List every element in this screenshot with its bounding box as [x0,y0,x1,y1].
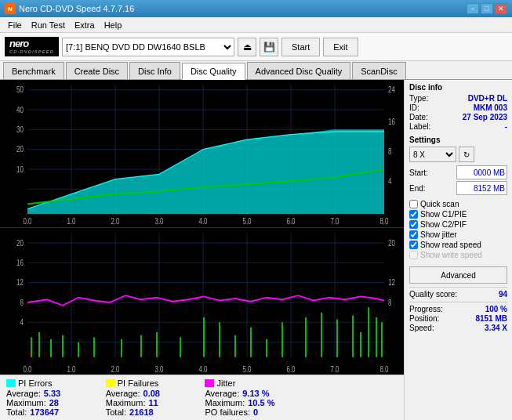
disc-label-row: Label: - [409,122,507,131]
show-write-speed-label: Show write speed [420,251,482,259]
quick-scan-checkbox[interactable] [409,200,418,208]
pi-errors-max-label: Maximum: [6,398,46,407]
start-label: Start: [409,168,428,177]
svg-text:7.0: 7.0 [330,364,339,373]
svg-text:50: 50 [16,86,24,95]
show-c1-pie-checkbox[interactable] [409,210,418,219]
jitter-label: Jitter [216,378,235,388]
title-bar: N Nero CD-DVD Speed 4.7.7.16 − □ ✕ [0,0,512,17]
pi-errors-avg-label: Average: [6,389,41,398]
jitter-po-value: 0 [253,407,285,417]
charts-area: 50 40 30 20 10 24 16 8 4 0.0 1.0 2.0 3.0… [0,80,404,420]
save-button[interactable]: 💾 [260,38,278,56]
show-read-speed-row: Show read speed [409,241,507,249]
tab-disc-quality[interactable]: Disc Quality [182,63,245,80]
start-row: Start: [409,165,507,179]
progress-section: Progress: 100 % Position: 8151 MB Speed:… [409,302,507,332]
drive-selector[interactable]: [7:1] BENQ DVD DD DW1640 BSLB [62,38,234,56]
title-bar-left: N Nero CD-DVD Speed 4.7.7.16 [5,3,134,14]
quality-score-label: Quality score: [409,290,457,299]
disc-info-section: Disc info Type: DVD+R DL ID: MKM 003 Dat… [409,83,507,131]
svg-text:7.0: 7.0 [330,217,339,226]
pi-failures-label: PI Failures [118,378,159,388]
pi-errors-average-row: Average: 5.33 [6,389,81,398]
menu-extra[interactable]: Extra [70,19,100,31]
menu-help[interactable]: Help [100,19,127,31]
tab-benchmark[interactable]: Benchmark [3,62,64,79]
svg-text:6.0: 6.0 [286,364,295,373]
quality-score-value: 94 [499,290,507,299]
pi-failures-total-label: Total: [106,407,126,417]
speed-row: 8 X ↻ [409,147,507,162]
tab-disc-info[interactable]: Disc Info [129,62,180,79]
progress-row: Progress: 100 % [409,305,507,313]
svg-text:3.0: 3.0 [154,217,163,226]
tab-create-disc[interactable]: Create Disc [66,62,128,79]
jitter-po-label: PO failures: [205,407,249,417]
disc-label-label: Label: [409,122,430,131]
svg-text:8.0: 8.0 [379,364,388,373]
svg-text:4: 4 [388,177,391,186]
menu-run-test[interactable]: Run Test [27,19,70,31]
pi-errors-avg-value: 5.33 [44,389,75,398]
pi-errors-max-value: 28 [49,398,81,407]
tab-advanced-disc-quality[interactable]: Advanced Disc Quality [247,62,351,79]
disc-label-value: - [505,122,507,131]
start-input[interactable] [456,165,507,179]
refresh-button[interactable]: ↻ [459,147,474,162]
show-c2-pif-row: Show C2/PIF [409,220,507,229]
jitter-po-row: PO failures: 0 [205,407,284,417]
app-icon: N [5,3,16,14]
show-jitter-checkbox[interactable] [409,230,418,239]
pi-failures-avg-label: Average: [106,389,140,398]
end-input[interactable] [456,181,507,195]
minimize-button[interactable]: − [467,3,479,14]
svg-text:20: 20 [16,146,24,154]
disc-id-label: ID: [409,103,419,112]
progress-value: 100 % [485,305,507,313]
disc-type-value: DVD+R DL [468,94,507,103]
pi-errors-label: PI Errors [18,378,52,388]
speed-prog-value: 3.34 X [485,324,507,332]
maximize-button[interactable]: □ [481,3,493,14]
svg-text:12: 12 [388,278,395,287]
exit-button[interactable]: Exit [323,38,358,56]
disc-date-value: 27 Sep 2023 [463,113,507,121]
show-read-speed-checkbox[interactable] [409,241,418,249]
stats-bar: PI Errors Average: 5.33 Maximum: 28 Tota… [0,375,404,420]
svg-text:10: 10 [16,165,24,174]
jitter-max-label: Maximum: [205,398,245,407]
show-write-speed-checkbox[interactable] [409,251,418,259]
pi-failures-total-value: 21618 [129,407,161,417]
show-c2-pif-checkbox[interactable] [409,220,418,229]
chart-bottom-svg: 20 16 12 8 4 20 12 8 0.0 1.0 2.0 3.0 4.0… [0,228,404,375]
chart-top-svg: 50 40 30 20 10 24 16 8 4 0.0 1.0 2.0 3.0… [0,80,404,227]
disc-date-row: Date: 27 Sep 2023 [409,113,507,121]
toolbar: nero CD·DVD/SPEED [7:1] BENQ DVD DD DW16… [0,33,512,61]
svg-marker-14 [27,129,384,214]
svg-text:8.0: 8.0 [379,217,388,226]
progress-label: Progress: [409,305,443,313]
advanced-button[interactable]: Advanced [409,266,507,284]
disc-type-row: Type: DVD+R DL [409,94,507,103]
show-write-speed-row: Show write speed [409,251,507,259]
jitter-average-row: Average: 9.13 % [205,389,284,398]
eject-button[interactable]: ⏏ [238,38,256,56]
position-row: Position: 8151 MB [409,314,507,323]
jitter-color-box [205,379,214,387]
jitter-max-value: 10.5 % [248,398,279,407]
position-value: 8151 MB [475,314,507,323]
jitter-max-row: Maximum: 10.5 % [205,398,284,407]
jitter-avg-label: Average: [205,389,239,398]
speed-selector[interactable]: 8 X [409,147,456,162]
speed-row-prog: Speed: 3.34 X [409,324,507,332]
menu-file[interactable]: File [3,19,27,31]
settings-section: Settings 8 X ↻ Start: End: [409,136,507,195]
start-button[interactable]: Start [281,38,320,56]
tab-scan-disc[interactable]: ScanDisc [352,62,405,79]
pi-errors-color-box [6,379,16,387]
close-button[interactable]: ✕ [495,3,507,14]
title-bar-text: Nero CD-DVD Speed 4.7.7.16 [19,4,134,13]
svg-text:3.0: 3.0 [154,364,163,373]
svg-text:0.0: 0.0 [23,217,31,226]
